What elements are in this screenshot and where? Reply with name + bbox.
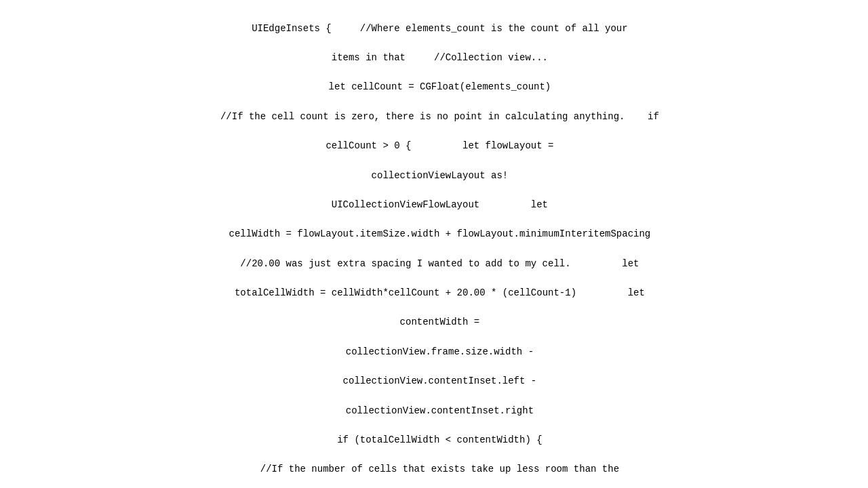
code-line-12: collectionView.frame.size.width - — [346, 346, 534, 357]
code-line-14: collectionView.contentInset.right — [346, 405, 534, 416]
code-line-9: //20.00 was just extra spacing I wanted … — [240, 258, 639, 269]
code-line-4: //If the cell count is zero, there is no… — [220, 111, 659, 122]
code-line-5: cellCount > 0 { let flowLayout = — [326, 140, 553, 151]
code-line-15: if (totalCellWidth < contentWidth) { — [337, 434, 542, 445]
code-line-10: totalCellWidth = cellWidth*cellCount + 2… — [235, 287, 645, 298]
code-line-16: //If the number of cells that exists tak… — [260, 464, 619, 474]
code-line-6: collectionViewLayout as! — [372, 170, 509, 181]
code-line-13: collectionView.contentInset.left - — [343, 375, 537, 386]
code-line-8: cellWidth = flowLayout.itemSize.width + … — [229, 228, 651, 239]
code-line-1: UIEdgeInsets { //Where elements_count is… — [252, 23, 628, 34]
code-line-3: let cellCount = CGFloat(elements_count) — [329, 81, 551, 92]
code-line-2: items in that //Collection view... — [332, 52, 548, 63]
code-line-7: UICollectionViewFlowLayout let — [332, 199, 548, 210]
code-line-11: contentWidth = — [400, 317, 480, 327]
code-block: UIEdgeInsets { //Where elements_count is… — [0, 0, 868, 488]
